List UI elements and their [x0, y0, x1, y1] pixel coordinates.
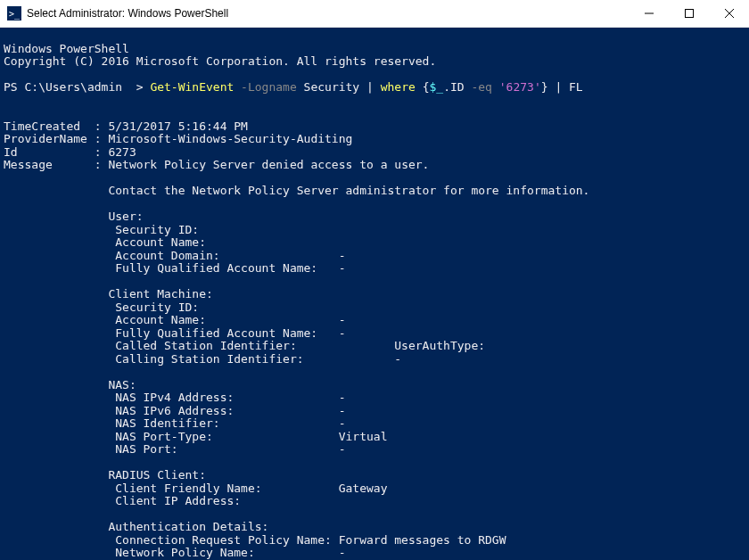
- maximize-button[interactable]: [669, 0, 709, 27]
- header-line1: Windows PowerShell: [4, 42, 129, 55]
- user-account-name: Account Name:: [4, 235, 206, 249]
- literal-6273: '6273': [499, 80, 541, 94]
- section-auth-details: Authentication Details:: [4, 520, 268, 533]
- nas-ipv4: NAS IPv4 Address: -: [4, 391, 346, 404]
- user-account-domain: Account Domain: -: [4, 249, 346, 262]
- field-id-value: 6273: [108, 145, 136, 159]
- nas-ipv6: NAS IPv6 Address: -: [4, 404, 346, 417]
- field-id-label: Id :: [4, 145, 108, 159]
- window-titlebar: >_ Select Administrator: Windows PowerSh…: [0, 0, 749, 28]
- user-fqan: Fully Qualified Account Name: -: [4, 261, 346, 275]
- nas-identifier: NAS Identifier: -: [4, 416, 346, 430]
- brace-close: }: [541, 80, 548, 94]
- var-dollar-underscore: $_: [429, 80, 443, 94]
- svg-rect-1: [685, 10, 693, 18]
- section-nas: NAS:: [4, 378, 136, 391]
- powershell-icon: >_: [7, 6, 21, 21]
- nas-port: NAS Port: -: [4, 442, 346, 456]
- prompt-prefix: PS C:\Users\admin >: [4, 80, 150, 94]
- field-message-label: Message :: [4, 158, 108, 171]
- arg-security: Security: [297, 80, 366, 94]
- user-security-id: Security ID:: [4, 223, 199, 236]
- op-eq: -eq: [471, 80, 491, 94]
- cm-fqan: Fully Qualified Account Name: -: [4, 326, 346, 340]
- rc-friendly-name: Client Friendly Name: Gateway: [4, 482, 387, 495]
- header-line2: Copyright (C) 2016 Microsoft Corporation…: [4, 54, 436, 68]
- ad-np-name: Network Policy Name: -: [4, 546, 346, 559]
- console-area[interactable]: Windows PowerShell Copyright (C) 2016 Mi…: [0, 28, 749, 560]
- minimize-button[interactable]: [629, 0, 669, 27]
- field-timecreated-value: 5/31/2017 5:16:44 PM: [108, 119, 248, 133]
- field-providername-value: Microsoft-Windows-Security-Auditing: [108, 132, 352, 145]
- section-client-machine: Client Machine:: [4, 287, 213, 301]
- cm-account-name: Account Name: -: [4, 313, 346, 326]
- field-timecreated-label: TimeCreated :: [4, 119, 108, 133]
- msg-contact: Contact the Network Policy Server admini…: [4, 184, 589, 197]
- cm-calling-station: Calling Station Identifier: -: [4, 352, 401, 366]
- cmdlet-where: where: [381, 80, 423, 94]
- nas-port-type: NAS Port-Type: Virtual: [4, 430, 387, 443]
- section-user: User:: [4, 210, 144, 223]
- cm-called-station: Called Station Identifier: UserAuthType:: [4, 339, 485, 352]
- space: [492, 80, 499, 94]
- rc-ip-address: Client IP Address:: [4, 494, 241, 507]
- param-logname: -Logname: [234, 80, 296, 94]
- section-radius-client: RADIUS Client:: [4, 468, 206, 482]
- field-message-value: Network Policy Server denied access to a…: [108, 158, 429, 171]
- window-title: Select Administrator: Windows PowerShell: [27, 7, 228, 20]
- pipe1: |: [366, 80, 381, 94]
- pipe-fl: | FL: [548, 80, 583, 94]
- field-providername-label: ProviderName :: [4, 132, 108, 145]
- close-button[interactable]: [709, 0, 749, 27]
- cmdlet-getwinevent: Get-WinEvent: [150, 80, 234, 94]
- dot-id: .ID: [443, 80, 471, 94]
- ad-crp-name: Connection Request Policy Name: Forward …: [4, 533, 506, 547]
- cm-security-id: Security ID:: [4, 301, 199, 314]
